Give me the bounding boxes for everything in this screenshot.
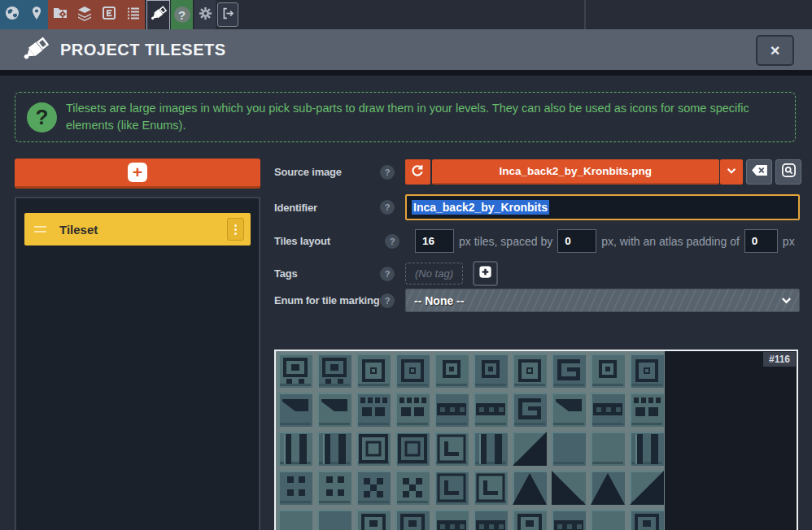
source-image-file-button[interactable]: Inca_back2_by_Kronbits.png <box>432 159 719 185</box>
enum-e-icon <box>101 5 117 24</box>
level-list-button[interactable] <box>121 0 145 29</box>
tags-row: Tags ? (No tag) <box>274 261 801 286</box>
tileset-list-item[interactable]: Tileset <box>24 213 251 245</box>
toolbar-divider <box>584 0 586 29</box>
enum-marking-row: Enum for tile marking ? -- None -- <box>274 289 801 312</box>
tile-spacing-input[interactable] <box>557 229 596 253</box>
project-tilesets-panel: ? PROJECT TILESETS × ? Tilesets are larg… <box>0 0 812 530</box>
view-image-button[interactable] <box>775 159 801 185</box>
chevron-down-icon <box>780 294 792 310</box>
main-toolbar: ? <box>0 0 812 29</box>
enum-marking-select[interactable]: -- None -- <box>405 289 800 312</box>
map-pin-icon <box>29 6 44 24</box>
clear-image-button[interactable] <box>746 159 772 185</box>
source-image-row: Source image ? Inca_back2_by_Kronbits.pn… <box>274 159 801 185</box>
tiles-layout-text-2: px, with an atlas padding of <box>601 235 740 248</box>
help-box-text: Tilesets are large images in which you p… <box>66 100 780 134</box>
source-image-dropdown-button[interactable] <box>720 159 744 185</box>
world-button[interactable] <box>0 0 24 29</box>
backspace-clear-icon <box>751 164 768 180</box>
enum-marking-label: Enum for tile marking <box>274 294 380 306</box>
source-image-label: Source image <box>274 166 380 178</box>
paintbrush-header-icon <box>20 33 52 66</box>
chevron-down-icon <box>726 165 737 180</box>
identifier-row: Identifier ? Inca_back2_by_Kronbits <box>274 194 801 220</box>
identifier-help-icon[interactable]: ? <box>380 200 395 215</box>
tile-size-input[interactable] <box>415 229 454 253</box>
help-box-question-icon: ? <box>27 102 57 132</box>
tiles-layout-label: Tiles layout <box>274 235 380 247</box>
tiles-layout-text-1: px tiles, spaced by <box>459 235 552 248</box>
tags-help-icon[interactable]: ? <box>380 267 395 281</box>
enum-marking-value: -- None -- <box>414 294 464 307</box>
tilesets-tab-button[interactable] <box>146 0 170 29</box>
project-files-button[interactable] <box>48 0 72 29</box>
magnifier-icon <box>781 163 797 181</box>
identifier-label: Identifier <box>274 202 380 214</box>
tags-label: Tags <box>274 267 380 280</box>
enum-marking-help-icon[interactable]: ? <box>380 293 395 308</box>
help-box: ? Tilesets are large images in which you… <box>15 92 796 142</box>
layers-icon <box>76 5 93 24</box>
tileset-preview: #116 <box>274 350 798 530</box>
no-tag-placeholder: (No tag) <box>405 263 463 285</box>
drag-handle-icon[interactable] <box>34 226 46 232</box>
identifier-input[interactable]: Inca_back2_by_Kronbits <box>405 194 800 220</box>
identifier-selected-text: Inca_back2_by_Kronbits <box>412 200 549 215</box>
close-button[interactable]: × <box>756 35 794 66</box>
tiles-layout-row: Tiles layout ? px tiles, spaced by px, w… <box>274 229 801 253</box>
plus-square-icon <box>478 264 493 283</box>
item-menu-button[interactable] <box>227 218 244 241</box>
layers-button[interactable] <box>72 0 97 29</box>
tileset-preview-image <box>276 351 665 530</box>
enums-button[interactable] <box>97 0 121 29</box>
panel-header: PROJECT TILESETS × <box>0 29 812 70</box>
tileset-list: Tileset <box>15 197 260 530</box>
question-icon: ? <box>174 7 190 23</box>
folder-gear-icon <box>52 5 68 24</box>
plus-icon: + <box>128 163 147 182</box>
source-image-help-icon[interactable]: ? <box>380 165 395 180</box>
list-icon <box>125 5 142 24</box>
tile-count-badge: #116 <box>763 352 796 367</box>
paintbrush-icon <box>149 4 168 27</box>
gear-icon <box>198 6 213 24</box>
tiles-layout-help-icon[interactable]: ? <box>385 234 399 249</box>
settings-button[interactable] <box>194 0 216 29</box>
refresh-icon <box>410 163 425 181</box>
exit-door-icon <box>221 7 235 24</box>
tiles-layout-text-3: px <box>783 235 795 248</box>
exit-button[interactable] <box>217 2 238 27</box>
atlas-padding-input[interactable] <box>744 229 778 253</box>
help-button[interactable]: ? <box>171 0 193 29</box>
reload-image-button[interactable] <box>405 159 430 185</box>
tileset-item-label: Tileset <box>59 223 98 237</box>
locations-button[interactable] <box>24 0 48 29</box>
page-title: PROJECT TILESETS <box>60 41 226 59</box>
header-shadow <box>0 70 812 76</box>
add-tileset-button[interactable]: + <box>15 159 260 189</box>
add-tag-button[interactable] <box>473 261 498 286</box>
world-icon <box>4 5 20 24</box>
